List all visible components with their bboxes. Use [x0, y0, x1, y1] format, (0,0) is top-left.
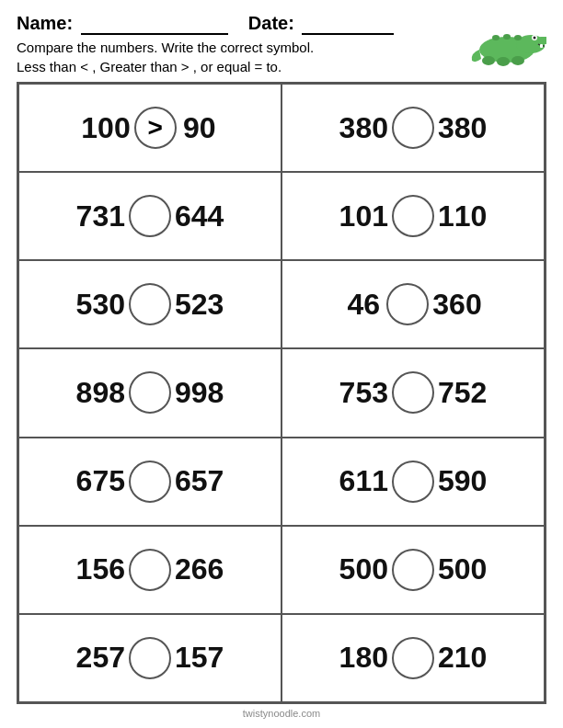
num-left2-6: 180 — [339, 641, 388, 675]
num-right2-5: 500 — [438, 552, 487, 586]
footer-url: twistynoodle.com — [243, 708, 320, 719]
num-left1-2: 530 — [76, 288, 125, 322]
num-left2-0: 380 — [339, 111, 388, 145]
cell-left-1: 731644 — [18, 172, 282, 260]
instruction-line1: Compare the numbers. Write the correct s… — [17, 38, 468, 57]
circle-left-0[interactable]: > — [134, 107, 177, 149]
cell-left-4: 675657 — [18, 438, 282, 526]
num-right1-0: 90 — [180, 111, 219, 145]
circle-right-5[interactable] — [392, 549, 434, 591]
num-left2-2: 46 — [344, 288, 383, 322]
svg-rect-2 — [538, 37, 546, 44]
crocodile-image — [468, 13, 546, 76]
circle-left-6[interactable] — [129, 637, 171, 679]
cell-left-6: 257157 — [18, 614, 282, 702]
footer: twistynoodle.com — [17, 704, 546, 719]
circle-left-1[interactable] — [129, 195, 171, 237]
num-left1-4: 675 — [76, 464, 125, 498]
circle-right-1[interactable] — [392, 195, 434, 237]
num-left2-3: 753 — [339, 376, 388, 410]
circle-left-2[interactable] — [129, 283, 171, 325]
num-right1-1: 644 — [175, 199, 224, 233]
cell-left-0: 100>90 — [18, 84, 282, 172]
num-left1-3: 898 — [76, 376, 125, 410]
cell-left-5: 156266 — [18, 526, 282, 614]
cell-left-3: 898998 — [18, 348, 282, 437]
svg-point-10 — [492, 35, 500, 40]
circle-right-3[interactable] — [392, 371, 434, 414]
num-left2-1: 101 — [339, 199, 388, 233]
num-left1-1: 731 — [76, 199, 125, 233]
name-label: Name: — [17, 13, 73, 33]
circle-left-4[interactable] — [129, 461, 171, 503]
num-right2-4: 590 — [438, 464, 487, 498]
page: Name: Date: Compare the numbers. Write t… — [0, 0, 563, 728]
svg-point-7 — [482, 56, 495, 65]
cell-right-3: 753752 — [282, 348, 545, 437]
circle-left-5[interactable] — [129, 549, 171, 591]
cell-right-0: 380380 — [282, 84, 545, 172]
num-left2-4: 611 — [339, 464, 388, 498]
cell-right-1: 101110 — [282, 172, 545, 260]
svg-point-12 — [514, 35, 522, 40]
cell-right-2: 46360 — [282, 260, 545, 348]
circle-right-2[interactable] — [386, 283, 429, 325]
num-left1-6: 257 — [76, 641, 125, 675]
cell-right-5: 500500 — [282, 526, 545, 614]
circle-right-4[interactable] — [392, 461, 434, 503]
num-left1-5: 156 — [76, 552, 125, 586]
cell-left-2: 530523 — [18, 260, 282, 348]
num-right2-2: 360 — [432, 288, 481, 322]
num-right2-3: 752 — [438, 376, 487, 410]
crocodile-icon — [468, 13, 546, 73]
cell-right-4: 611590 — [282, 438, 545, 526]
circle-right-0[interactable] — [392, 107, 434, 149]
num-right2-6: 210 — [438, 641, 487, 675]
svg-point-9 — [511, 56, 524, 65]
svg-rect-3 — [540, 44, 543, 48]
name-underline — [81, 17, 228, 35]
num-right2-1: 110 — [438, 199, 487, 233]
num-right1-5: 266 — [175, 552, 224, 586]
num-left1-0: 100 — [81, 111, 130, 145]
date-label: Date: — [248, 13, 294, 33]
cell-right-6: 180210 — [282, 614, 545, 702]
header-text: Name: Date: Compare the numbers. Write t… — [17, 13, 468, 82]
date-underline — [302, 17, 394, 35]
num-right1-2: 523 — [175, 288, 224, 322]
instructions: Compare the numbers. Write the correct s… — [17, 38, 468, 76]
svg-point-11 — [503, 34, 511, 40]
comparison-grid: 100>903803807316441011105305234636089899… — [17, 82, 546, 704]
svg-point-8 — [497, 57, 510, 66]
num-right1-3: 998 — [175, 376, 224, 410]
svg-rect-4 — [545, 44, 546, 48]
circle-left-3[interactable] — [129, 371, 171, 414]
num-right1-4: 657 — [175, 464, 224, 498]
header: Name: Date: Compare the numbers. Write t… — [17, 13, 546, 82]
circle-right-6[interactable] — [392, 637, 434, 679]
num-left2-5: 500 — [339, 552, 388, 586]
num-right1-6: 157 — [175, 641, 224, 675]
num-right2-0: 380 — [438, 111, 487, 145]
svg-point-6 — [534, 37, 536, 40]
instruction-line2: Less than < , Greater than > , or equal … — [17, 57, 468, 76]
